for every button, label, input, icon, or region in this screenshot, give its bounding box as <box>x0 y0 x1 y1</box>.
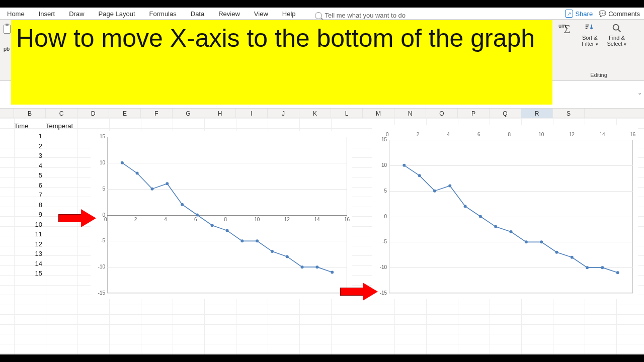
share-button[interactable]: Share <box>565 10 593 18</box>
tab-draw[interactable]: Draw <box>69 10 84 19</box>
video-title-overlay: How to move X-axis to the bottom of the … <box>11 20 552 105</box>
cell-time-13[interactable]: 13 <box>14 250 42 257</box>
cell-time-8[interactable]: 8 <box>14 201 42 209</box>
column-header-d[interactable]: D <box>77 109 109 118</box>
column-header-f[interactable]: F <box>141 109 173 118</box>
ytick: -10 <box>380 264 387 270</box>
column-header-i[interactable]: I <box>236 109 268 118</box>
ytick: 10 <box>100 160 105 165</box>
ribbon-tabs: Home Insert Draw Page Layout Formulas Da… <box>0 8 644 20</box>
column-header-m[interactable]: M <box>363 109 394 118</box>
sort-filter-l2: Filter ▾ <box>582 41 598 47</box>
cell-header-time[interactable]: Time <box>14 122 44 130</box>
red-arrow-left <box>58 209 98 227</box>
cell-time-10[interactable]: 10 <box>14 221 42 228</box>
column-header-h[interactable]: H <box>204 109 236 118</box>
ytick: -5 <box>101 238 105 243</box>
column-header-n[interactable]: N <box>394 109 426 118</box>
sort-filter-icon <box>584 23 595 34</box>
ytick: -15 <box>98 290 105 296</box>
column-header-o[interactable]: O <box>426 109 458 118</box>
comments-button[interactable]: Comments <box>599 10 640 18</box>
cell-time-6[interactable]: 6 <box>14 182 42 189</box>
xtick: 4 <box>447 132 450 137</box>
xtick: 4 <box>164 217 167 222</box>
column-header-e[interactable]: E <box>109 109 141 118</box>
sort-filter-button[interactable]: Sort & Filter ▾ <box>582 23 598 47</box>
tab-view[interactable]: View <box>254 10 268 19</box>
ytick: 5 <box>102 186 105 192</box>
xtick: 0 <box>104 217 107 222</box>
red-arrow-right <box>340 283 379 301</box>
cell-time-2[interactable]: 2 <box>14 142 42 150</box>
xtick: 10 <box>254 217 260 222</box>
tab-insert[interactable]: Insert <box>39 10 55 19</box>
cell-time-4[interactable]: 4 <box>14 162 42 169</box>
chart-xaxis-at-bottom[interactable]: -15-10-50510150246810121416 <box>372 125 638 299</box>
xtick: 14 <box>314 217 319 222</box>
editing-group-label: Editing <box>558 72 639 78</box>
ytick: 0 <box>384 214 387 219</box>
column-header-k[interactable]: K <box>299 109 331 118</box>
svg-point-0 <box>613 25 618 30</box>
letterbox-bottom <box>0 354 644 362</box>
xtick: 12 <box>284 217 290 222</box>
cell-time-11[interactable]: 11 <box>14 230 42 238</box>
formula-bar-expand-icon[interactable]: ⌄ <box>637 89 642 96</box>
tab-help[interactable]: Help <box>282 10 296 19</box>
ytick: 5 <box>384 188 387 194</box>
tab-pagelayout[interactable]: Page Layout <box>99 10 135 19</box>
tab-formulas[interactable]: Formulas <box>149 10 177 19</box>
xtick: 6 <box>477 132 480 137</box>
editing-group: ∑ Sort & Filter ▾ Find & Select ▾ um Edi… <box>558 23 639 78</box>
find-select-l2: Select ▾ <box>607 41 627 47</box>
cell-time-9[interactable]: 9 <box>14 211 42 218</box>
column-header-r[interactable]: R <box>521 109 553 118</box>
paste-icon[interactable] <box>4 25 11 34</box>
xtick: 0 <box>386 132 389 137</box>
xtick: 16 <box>344 217 350 222</box>
cell-time-12[interactable]: 12 <box>14 240 42 248</box>
autosum-text-partial: um <box>558 23 566 29</box>
find-select-button[interactable]: Find & Select ▾ <box>607 23 627 47</box>
xtick: 16 <box>630 132 635 137</box>
column-header-s[interactable]: S <box>553 109 585 118</box>
column-header-l[interactable]: L <box>331 109 363 118</box>
chart-xaxis-at-zero[interactable]: -15-10-50510150246810121416 <box>91 131 352 299</box>
column-header-j[interactable]: J <box>268 109 299 118</box>
xtick: 2 <box>417 132 420 137</box>
column-header-q[interactable]: Q <box>490 109 521 118</box>
sort-filter-l1: Sort & <box>582 35 598 41</box>
cell-time-3[interactable]: 3 <box>14 152 42 159</box>
ytick: 15 <box>100 134 105 139</box>
column-header-c[interactable]: C <box>46 109 77 118</box>
cell-time-7[interactable]: 7 <box>14 191 42 199</box>
column-header-g[interactable]: G <box>173 109 204 118</box>
tell-me-placeholder: Tell me what you want to do <box>325 12 406 19</box>
find-select-l1: Find & <box>609 35 625 41</box>
ytick: 15 <box>381 137 387 142</box>
tell-me-search[interactable]: Tell me what you want to do <box>315 12 406 19</box>
column-header-b[interactable]: B <box>14 109 46 118</box>
xtick: 14 <box>599 132 605 137</box>
cell-time-5[interactable]: 5 <box>14 171 42 179</box>
tab-data[interactable]: Data <box>191 10 204 19</box>
xtick: 8 <box>508 132 511 137</box>
ytick: -10 <box>98 264 105 269</box>
xtick: 2 <box>134 217 137 222</box>
xtick: 12 <box>569 132 575 137</box>
search-icon <box>315 12 322 19</box>
column-headers[interactable]: BCDEFGHIJKLMNOPQRS <box>0 108 644 118</box>
cell-time-15[interactable]: 15 <box>14 269 42 277</box>
ytick: -5 <box>382 239 387 244</box>
cell-header-temp[interactable]: Temperat <box>46 122 73 130</box>
tab-review[interactable]: Review <box>218 10 240 19</box>
column-header-p[interactable]: P <box>458 109 490 118</box>
tab-home[interactable]: Home <box>7 10 25 19</box>
letterbox-top <box>0 0 644 8</box>
cell-time-1[interactable]: 1 <box>14 132 42 140</box>
find-select-icon <box>611 23 622 34</box>
cell-time-14[interactable]: 14 <box>14 260 42 267</box>
ytick: -15 <box>380 290 387 296</box>
ytick: 10 <box>381 162 387 168</box>
